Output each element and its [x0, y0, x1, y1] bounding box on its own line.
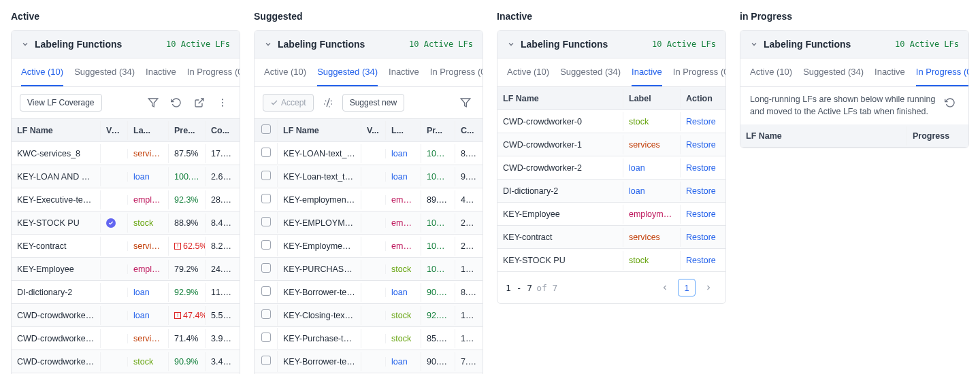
table-row[interactable]: KWC-services_8services87.5%17.0%	[12, 142, 240, 165]
col-lf-name[interactable]: LF Name	[497, 89, 623, 108]
restore-link[interactable]: Restore	[681, 251, 725, 270]
coverage-cell: 2.65%	[206, 167, 240, 186]
col-lf-name[interactable]: LF Name	[740, 126, 907, 146]
table-row[interactable]: KEY-STOCK PUstock88.9%8.49%	[12, 211, 240, 235]
table-row[interactable]: CWD-crowdworker-2loanRestore	[497, 156, 725, 180]
row-checkbox[interactable]	[255, 258, 278, 279]
col-vote[interactable]: Vo...	[101, 121, 128, 140]
table-row[interactable]: KEY-LOAN AND SECURITloan100.0%2.65%	[12, 165, 240, 188]
col-label[interactable]: La...	[128, 121, 169, 140]
col-action[interactable]: Action	[681, 89, 725, 108]
table-row[interactable]: KEY-Executive-text_truncemployment92.3%2…	[12, 188, 240, 211]
tab-inactive[interactable]: Inactive	[632, 58, 662, 86]
tab-active[interactable]: Active (10)	[21, 58, 63, 86]
tab-suggested[interactable]: Suggested (34)	[317, 58, 378, 86]
restore-link[interactable]: Restore	[681, 158, 725, 177]
row-checkbox[interactable]	[255, 189, 278, 210]
table-row[interactable]: KEY-EMPLOYMEN...employment100.0%27.1%	[255, 211, 483, 235]
tab-suggested[interactable]: Suggested (34)	[803, 58, 864, 86]
row-checkbox[interactable]	[255, 305, 278, 326]
col-precision[interactable]: Pre...	[169, 121, 206, 140]
col-progress[interactable]: Progress	[907, 126, 968, 146]
table-row[interactable]: KEY-Closing-text-...stock92.3%14.6%	[255, 304, 483, 327]
table-row[interactable]: KEY-EmployeeemploymentRestore	[497, 203, 725, 226]
table-row[interactable]: KEY-Purchase-tex...stock85.7%11.4%	[255, 327, 483, 350]
restore-link[interactable]: Restore	[681, 182, 725, 201]
table-row[interactable]: KEY-PURCHASE A...stock100.0%11.4%	[255, 258, 483, 281]
more-vertical-icon[interactable]	[214, 94, 231, 112]
tab-active[interactable]: Active (10)	[750, 58, 792, 86]
accept-button[interactable]: Accept	[263, 94, 314, 112]
chevron-down-icon[interactable]	[264, 40, 272, 48]
col-coverage[interactable]: Co...	[206, 121, 240, 140]
table-row[interactable]: CWD-crowdworker-1services71.4%3.98%	[12, 327, 240, 350]
table-row[interactable]: KEY-Borrower-text...loan90.0%7.96%	[255, 350, 483, 373]
table-row[interactable]: CWD-crowdworker-0stockRestore	[497, 110, 725, 133]
restore-link[interactable]: Restore	[681, 135, 725, 154]
tab-in-progress[interactable]: In Progress (0)	[187, 58, 240, 86]
restore-link[interactable]: Restore	[681, 228, 725, 247]
lf-name-cell: KEY-Purchase-tex...	[278, 329, 361, 348]
col-precision[interactable]: Pr...	[421, 121, 455, 140]
open-external-icon[interactable]	[191, 94, 208, 112]
filter-icon[interactable]	[144, 94, 162, 112]
precision-cell: 100.0%	[169, 167, 206, 186]
col-checkbox[interactable]	[255, 120, 278, 141]
vote-cell	[361, 149, 386, 158]
refresh-icon[interactable]	[941, 94, 959, 112]
table-row[interactable]: KEY-employment-t...employment89.5%41.6%	[255, 188, 483, 211]
row-checkbox[interactable]	[255, 351, 278, 372]
col-coverage[interactable]: C...	[455, 121, 483, 140]
tab-suggested[interactable]: Suggested (34)	[560, 58, 621, 86]
table-row[interactable]: CWD-crowdworker-2loan!47.4%5.57%	[12, 304, 240, 327]
tab-inactive[interactable]: Inactive	[875, 58, 905, 86]
magic-wand-icon[interactable]	[319, 94, 337, 112]
table-row[interactable]: KEY-Borrower-text...loan90.9%8.75%	[255, 281, 483, 304]
table-row[interactable]: KEY-contractservicesRestore	[497, 226, 725, 249]
col-lf-name[interactable]: LF Name	[12, 121, 101, 140]
chevron-down-icon[interactable]	[507, 40, 515, 48]
tab-in-progress[interactable]: In Progress (0)	[430, 58, 483, 86]
col-lf-name[interactable]: LF Name	[278, 121, 361, 140]
filter-icon[interactable]	[457, 94, 474, 112]
row-checkbox[interactable]	[255, 282, 278, 303]
view-coverage-button[interactable]: View LF Coverage	[20, 94, 102, 112]
row-checkbox[interactable]	[255, 143, 278, 164]
col-label[interactable]: Label	[623, 89, 681, 108]
tab-inactive[interactable]: Inactive	[146, 58, 176, 86]
restore-link[interactable]: Restore	[681, 112, 725, 131]
table-row[interactable]: KEY-Employment-...employment100.0%27.9%	[255, 235, 483, 258]
refresh-icon[interactable]	[167, 94, 185, 112]
tab-inactive[interactable]: Inactive	[389, 58, 419, 86]
pager-next-icon[interactable]	[700, 279, 717, 296]
chevron-down-icon[interactable]	[750, 40, 758, 48]
table-row[interactable]: KEY-Loan-text_tru...loan100.0%9.55%	[255, 165, 483, 188]
tab-active[interactable]: Active (10)	[507, 58, 549, 86]
tab-in-progress[interactable]: In Progress (0)	[916, 58, 969, 86]
table-row[interactable]: KEY-contractservices!62.5%8.22%	[12, 235, 240, 258]
progress-thead: LF Name Progress	[740, 124, 968, 148]
table-row[interactable]: DI-dictionary-2loan92.9%11.7%	[12, 281, 240, 304]
table-row[interactable]: KEY-STOCK PUstockRestore	[497, 249, 725, 272]
label-cell: services	[623, 228, 681, 247]
tab-in-progress[interactable]: In Progress (0)	[673, 58, 726, 86]
suggest-new-button[interactable]: Suggest new	[342, 94, 404, 112]
chevron-down-icon[interactable]	[21, 40, 29, 48]
row-checkbox[interactable]	[255, 166, 278, 187]
table-row[interactable]: CWD-crowdworker-0stock90.9%3.45%	[12, 350, 240, 373]
pager-page-1[interactable]: 1	[678, 279, 696, 296]
row-checkbox[interactable]	[255, 212, 278, 233]
row-checkbox[interactable]	[255, 235, 278, 256]
table-row[interactable]: CWD-crowdworker-1servicesRestore	[497, 133, 725, 156]
pager-prev-icon[interactable]	[656, 279, 674, 296]
col-vote[interactable]: V...	[361, 121, 386, 140]
table-row[interactable]: DI-dictionary-2loanRestore	[497, 180, 725, 203]
table-row[interactable]: KEY-Employeeemployment79.2%24.7%	[12, 258, 240, 281]
row-checkbox[interactable]	[255, 328, 278, 349]
tab-suggested[interactable]: Suggested (34)	[74, 58, 135, 86]
vote-cell	[101, 214, 128, 233]
restore-link[interactable]: Restore	[681, 205, 725, 224]
col-label[interactable]: L...	[386, 121, 421, 140]
tab-active[interactable]: Active (10)	[264, 58, 306, 86]
table-row[interactable]: KEY-LOAN-text_tr...loan100.0%8.49%	[255, 142, 483, 165]
